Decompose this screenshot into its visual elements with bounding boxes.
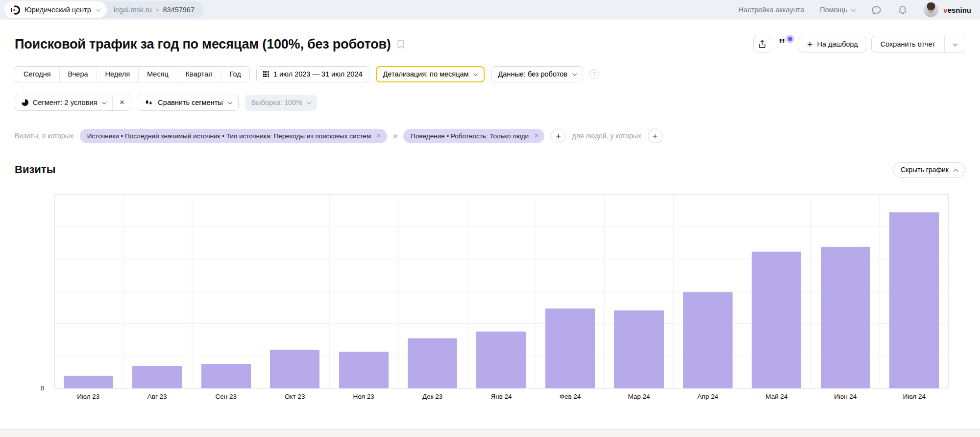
hide-chart-button[interactable]: Скрыть график — [893, 162, 965, 178]
y-axis-zero-label: 0 — [41, 385, 44, 392]
chevron-down-icon — [572, 71, 577, 76]
filter-chip-source[interactable]: Источники • Последний значимый источник … — [80, 129, 387, 143]
dot-separator: • — [156, 6, 159, 14]
segment-dropdown[interactable]: Сегмент: 2 условия — [15, 95, 112, 110]
bar-cell[interactable] — [605, 194, 673, 388]
bar[interactable] — [339, 352, 389, 388]
bar-cell[interactable] — [880, 194, 949, 388]
chevron-down-icon — [953, 41, 958, 46]
bar[interactable] — [132, 366, 182, 388]
bar[interactable] — [201, 364, 251, 388]
data-mode-label: Данные: без роботов — [498, 70, 567, 78]
counter-dropdown[interactable]: Юридический центр — [4, 1, 107, 18]
add-people-condition-button[interactable] — [648, 129, 662, 143]
topbar: Юридический центр legal.msk.ru • 8345796… — [0, 0, 980, 20]
bar-cell[interactable] — [329, 194, 398, 388]
segment-controls: Сегмент: 2 условия Сравнить сегменты Выб… — [15, 94, 965, 111]
bar[interactable] — [889, 212, 939, 388]
bar[interactable] — [270, 350, 319, 388]
bookmark-icon[interactable] — [397, 40, 405, 49]
bar[interactable] — [64, 376, 113, 388]
tab-yesterday[interactable]: Вчера — [59, 67, 97, 82]
tab-month[interactable]: Месяц — [138, 67, 177, 82]
chart-section-head: Визиты Скрыть график — [15, 162, 965, 178]
bar[interactable] — [408, 338, 457, 388]
remove-filter-icon[interactable] — [534, 132, 539, 140]
bar-cell[interactable] — [122, 194, 191, 388]
add-to-dashboard-button[interactable]: На дашборд — [799, 36, 866, 52]
and-label: и — [393, 132, 397, 140]
chat-icon[interactable] — [871, 4, 882, 15]
save-report-group: Сохранить отчет — [871, 36, 965, 52]
bar[interactable] — [476, 332, 526, 388]
metrica-logo-icon — [11, 5, 20, 15]
for-people-label: для людей, у которых — [572, 132, 641, 140]
filter-chip-robots[interactable]: Поведение • Роботность: Только люди — [403, 129, 544, 143]
counter-info[interactable]: legal.msk.ru • 83457967 — [107, 6, 203, 14]
plus-icon — [807, 40, 812, 49]
metric-title: Визиты — [15, 163, 55, 176]
tab-quarter[interactable]: Квартал — [177, 67, 221, 82]
counter-name: Юридический центр — [24, 6, 91, 14]
x-axis-label: Фев 24 — [536, 393, 604, 400]
bar[interactable] — [683, 292, 733, 388]
chevron-up-icon — [954, 169, 958, 174]
ai-summary-button[interactable] — [776, 36, 794, 52]
report-header: Поисковой трафик за год по месяцам (100%… — [15, 34, 965, 54]
bar-cell[interactable] — [260, 194, 329, 388]
help-menu[interactable]: Помощь — [820, 6, 855, 14]
close-icon — [120, 98, 124, 107]
detalization-dropdown[interactable]: Детализация: по месяцам — [376, 66, 485, 82]
bar[interactable] — [821, 247, 870, 388]
tab-today[interactable]: Сегодня — [15, 67, 59, 82]
bar-cell[interactable] — [673, 194, 742, 388]
filter-row: Визиты, в которых Источники • Последний … — [15, 129, 965, 143]
filter-chip-label: Источники • Последний значимый источник … — [87, 132, 371, 140]
chevron-down-icon — [102, 100, 107, 104]
compare-segments-dropdown[interactable]: Сравнить сегменты — [138, 95, 238, 111]
bar[interactable] — [545, 308, 595, 388]
x-axis-label: Авг 23 — [122, 393, 191, 400]
bottom-strip — [0, 429, 980, 437]
bar-cell[interactable] — [467, 194, 536, 388]
tab-week[interactable]: Неделя — [97, 67, 139, 82]
bar[interactable] — [614, 310, 663, 388]
date-range-button[interactable]: 1 июл 2023 — 31 июл 2024 — [256, 66, 369, 82]
save-report-button[interactable]: Сохранить отчет — [872, 36, 944, 52]
data-mode-dropdown[interactable]: Данные: без роботов — [491, 66, 583, 82]
counter-site: legal.msk.ru — [114, 6, 152, 14]
counter-selector: Юридический центр legal.msk.ru • 8345796… — [4, 1, 203, 18]
x-axis-label: Апр 24 — [673, 393, 742, 400]
bar-cell[interactable] — [536, 194, 604, 388]
chart-bars — [54, 194, 949, 388]
x-axis-label: Окт 23 — [260, 393, 329, 400]
help-label: Помощь — [820, 6, 847, 14]
help-icon[interactable] — [589, 69, 599, 79]
remove-filter-icon[interactable] — [376, 132, 381, 140]
hide-chart-label: Скрыть график — [901, 166, 949, 174]
user-menu[interactable]: vesninu — [924, 2, 971, 17]
bar-cell[interactable] — [192, 194, 260, 388]
bar-cell[interactable] — [398, 194, 466, 388]
period-tabs: Сегодня Вчера Неделя Месяц Квартал Год — [15, 66, 250, 82]
sampling-dropdown[interactable]: Выборка: 100% — [245, 95, 317, 111]
bar-cell[interactable] — [54, 194, 122, 388]
ai-badge-dot — [788, 37, 792, 41]
topbar-right: Настройка аккаунта Помощь vesninu — [738, 2, 971, 17]
export-button[interactable] — [753, 36, 771, 52]
account-settings-link[interactable]: Настройка аккаунта — [738, 6, 804, 14]
bar[interactable] — [752, 252, 801, 388]
chevron-down-icon — [227, 100, 232, 104]
add-visit-condition-button[interactable] — [551, 129, 565, 143]
x-axis-label: Сен 23 — [192, 393, 260, 400]
bar-cell[interactable] — [811, 194, 880, 388]
segment-clear-button[interactable] — [112, 95, 131, 110]
chevron-down-icon — [307, 100, 312, 104]
bar-cell[interactable] — [742, 194, 811, 388]
x-axis-label: Ноя 23 — [329, 393, 398, 400]
save-report-dropdown[interactable] — [944, 36, 965, 52]
bell-icon[interactable] — [897, 4, 908, 15]
tab-year[interactable]: Год — [221, 67, 249, 82]
segment-group: Сегмент: 2 условия — [15, 95, 131, 111]
username: vesninu — [943, 6, 971, 14]
